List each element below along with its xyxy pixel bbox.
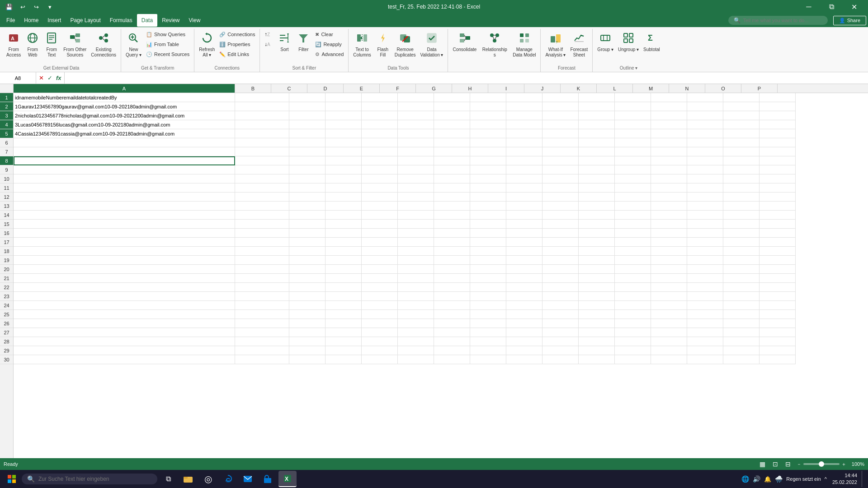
cell-C1[interactable] (289, 93, 326, 102)
cell-H9[interactable] (470, 165, 506, 174)
cell-A5[interactable]: 4Cassia1234567891cassia@gmail.com10-09-2… (14, 129, 235, 138)
menu-formulas[interactable]: Formulas (105, 14, 137, 27)
cell-B11[interactable] (235, 183, 289, 192)
cell-A20[interactable] (14, 265, 235, 274)
cell-C27[interactable] (289, 328, 326, 337)
customize-qat-button[interactable]: ▾ (44, 1, 55, 12)
from-table-button[interactable]: 📊 From Table (144, 40, 191, 49)
row-number-1[interactable]: 1 (0, 93, 13, 102)
cell-O14[interactable] (723, 211, 760, 220)
col-header-C[interactable]: C (271, 84, 307, 93)
cell-G16[interactable] (434, 229, 470, 238)
cell-K20[interactable] (579, 265, 615, 274)
cell-D28[interactable] (326, 337, 362, 346)
cell-O2[interactable] (723, 102, 760, 111)
cell-M19[interactable] (651, 256, 687, 265)
cell-D3[interactable] (326, 111, 362, 120)
cell-P2[interactable] (760, 102, 796, 111)
cell-E6[interactable] (362, 138, 398, 147)
cell-N25[interactable] (687, 310, 723, 319)
cell-M26[interactable] (651, 319, 687, 328)
cell-N12[interactable] (687, 192, 723, 202)
menu-review[interactable]: Review (157, 14, 184, 27)
cell-B8[interactable] (235, 156, 289, 165)
cell-I28[interactable] (506, 337, 542, 346)
cell-K4[interactable] (579, 120, 615, 129)
cell-E17[interactable] (362, 238, 398, 247)
cell-K15[interactable] (579, 220, 615, 229)
cell-F11[interactable] (398, 183, 434, 192)
cell-D8[interactable] (326, 156, 362, 165)
cell-L20[interactable] (615, 265, 651, 274)
cell-O24[interactable] (723, 301, 760, 310)
cell-K28[interactable] (579, 337, 615, 346)
cell-E20[interactable] (362, 265, 398, 274)
cell-J2[interactable] (542, 102, 579, 111)
menu-data[interactable]: Data (137, 14, 157, 27)
cell-F1[interactable] (398, 93, 434, 102)
consolidate-button[interactable]: Consolidate (451, 30, 478, 60)
zoom-slider-thumb[interactable] (819, 461, 824, 467)
cell-C30[interactable] (289, 355, 326, 364)
row-number-19[interactable]: 19 (0, 256, 13, 265)
cell-C5[interactable] (289, 129, 326, 138)
row-number-23[interactable]: 23 (0, 292, 13, 301)
cell-N11[interactable] (687, 183, 723, 192)
cell-E13[interactable] (362, 202, 398, 211)
cell-J24[interactable] (542, 301, 579, 310)
cell-K16[interactable] (579, 229, 615, 238)
row-number-5[interactable]: 5 (0, 129, 13, 138)
cell-A8[interactable] (14, 156, 235, 165)
cell-H28[interactable] (470, 337, 506, 346)
cell-O27[interactable] (723, 328, 760, 337)
cell-J26[interactable] (542, 319, 579, 328)
cell-P8[interactable] (760, 156, 796, 165)
cell-C4[interactable] (289, 120, 326, 129)
cell-L30[interactable] (615, 355, 651, 364)
cell-G2[interactable] (434, 102, 470, 111)
cell-M2[interactable] (651, 102, 687, 111)
cell-B24[interactable] (235, 301, 289, 310)
cell-E9[interactable] (362, 165, 398, 174)
cell-G4[interactable] (434, 120, 470, 129)
cell-C15[interactable] (289, 220, 326, 229)
cell-L26[interactable] (615, 319, 651, 328)
cell-J7[interactable] (542, 147, 579, 156)
cell-B20[interactable] (235, 265, 289, 274)
cell-I3[interactable] (506, 111, 542, 120)
cell-E28[interactable] (362, 337, 398, 346)
cell-G19[interactable] (434, 256, 470, 265)
subtotal-button[interactable]: Σ Subtotal (642, 30, 662, 60)
cell-H16[interactable] (470, 229, 506, 238)
cell-L23[interactable] (615, 292, 651, 301)
row-number-9[interactable]: 9 (0, 165, 13, 174)
col-header-E[interactable]: E (344, 84, 380, 93)
connections-button[interactable]: 🔗 Connections (217, 30, 257, 39)
cell-L21[interactable] (615, 274, 651, 283)
col-header-H[interactable]: H (452, 84, 488, 93)
cell-E8[interactable] (362, 156, 398, 165)
cell-P11[interactable] (760, 183, 796, 192)
cell-N15[interactable] (687, 220, 723, 229)
what-if-analysis-button[interactable]: ? What-IfAnalysis ▾ (543, 30, 567, 60)
cell-J11[interactable] (542, 183, 579, 192)
cell-H23[interactable] (470, 292, 506, 301)
cell-H24[interactable] (470, 301, 506, 310)
cell-G23[interactable] (434, 292, 470, 301)
sort-button[interactable]: Sort (275, 30, 293, 60)
cell-G8[interactable] (434, 156, 470, 165)
cell-K12[interactable] (579, 192, 615, 202)
cell-J12[interactable] (542, 192, 579, 202)
cell-J22[interactable] (542, 283, 579, 292)
cell-K13[interactable] (579, 202, 615, 211)
cell-F4[interactable] (398, 120, 434, 129)
cell-O18[interactable] (723, 247, 760, 256)
cell-N26[interactable] (687, 319, 723, 328)
row-number-11[interactable]: 11 (0, 183, 13, 192)
cell-K2[interactable] (579, 102, 615, 111)
volume-icon[interactable]: 🔊 (753, 475, 760, 483)
cell-L29[interactable] (615, 346, 651, 355)
cell-H15[interactable] (470, 220, 506, 229)
col-header-N[interactable]: N (669, 84, 705, 93)
cell-C21[interactable] (289, 274, 326, 283)
